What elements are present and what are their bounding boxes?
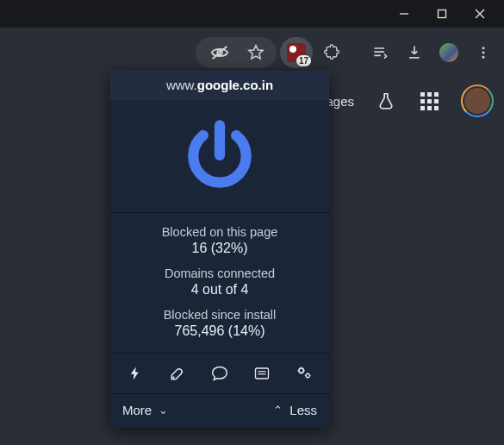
address-actions xyxy=(196,37,277,68)
power-toggle[interactable] xyxy=(110,100,329,212)
popup-domain: www.google.co.in xyxy=(110,71,329,100)
blocked-page-value: 16 (32%) xyxy=(110,241,329,256)
download-icon[interactable] xyxy=(399,37,430,68)
dashboard-list-icon[interactable] xyxy=(245,361,279,385)
blocked-install-label: Blocked since install xyxy=(110,308,329,322)
logger-chat-icon[interactable] xyxy=(202,361,237,385)
apps-grid-icon[interactable] xyxy=(418,90,440,112)
reading-list-icon[interactable] xyxy=(364,37,395,68)
extensions-puzzle-icon[interactable] xyxy=(316,37,347,68)
settings-gears-icon[interactable] xyxy=(287,361,321,385)
browser-toolbar: 17 xyxy=(196,34,499,71)
popup-toolbar xyxy=(110,353,329,393)
window-close-button[interactable] xyxy=(461,0,499,28)
svg-line-4 xyxy=(213,47,227,60)
element-picker-icon[interactable] xyxy=(160,361,195,385)
svg-point-8 xyxy=(172,376,174,378)
more-label: More xyxy=(122,403,152,417)
account-avatar[interactable] xyxy=(461,85,494,117)
browser-menu-icon[interactable] xyxy=(468,37,499,68)
more-toggle[interactable]: More ⌄ xyxy=(122,403,168,417)
svg-point-5 xyxy=(482,47,485,49)
incognito-icon[interactable] xyxy=(204,37,235,68)
profile-avatar-small[interactable] xyxy=(433,37,464,68)
labs-flask-icon[interactable] xyxy=(375,90,397,112)
svg-point-7 xyxy=(482,56,485,59)
svg-point-13 xyxy=(306,373,309,377)
chevron-down-icon: ⌄ xyxy=(159,404,168,417)
ublock-extension-button[interactable]: 17 xyxy=(280,37,313,68)
page-header-fragment: mages xyxy=(315,85,494,117)
svg-rect-1 xyxy=(439,10,446,18)
popup-stats: Blocked on this page 16 (32%) Domains co… xyxy=(110,212,329,353)
popup-footer: More ⌄ ⌃ Less xyxy=(110,393,329,428)
bookmark-star-icon[interactable] xyxy=(240,37,271,68)
zap-icon[interactable] xyxy=(118,361,152,385)
domain-prefix: www. xyxy=(166,78,197,92)
window-maximize-button[interactable] xyxy=(423,0,461,28)
blocked-install-value: 765,496 (14%) xyxy=(110,323,329,339)
domain-name: google.co.in xyxy=(197,78,273,92)
blocked-page-label: Blocked on this page xyxy=(110,225,329,239)
ublock-badge-count: 17 xyxy=(296,55,311,66)
svg-rect-9 xyxy=(256,368,269,379)
svg-point-6 xyxy=(482,52,485,54)
less-toggle[interactable]: ⌃ Less xyxy=(273,403,317,417)
ublock-popup: www.google.co.in Blocked on this page 16… xyxy=(110,71,329,428)
chevron-up-icon: ⌃ xyxy=(273,404,283,417)
domains-label: Domains connected xyxy=(110,266,329,280)
window-minimize-button[interactable] xyxy=(385,0,423,28)
window-titlebar xyxy=(0,0,504,28)
less-label: Less xyxy=(289,403,317,417)
domains-value: 4 out of 4 xyxy=(110,282,329,298)
